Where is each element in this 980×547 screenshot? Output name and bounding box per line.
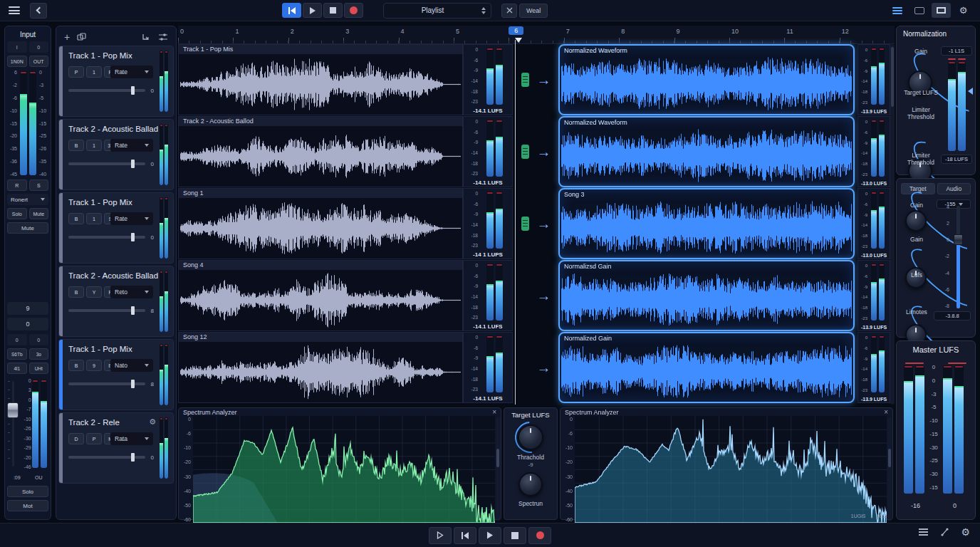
ruler-tick[interactable]: 8 [619, 26, 674, 43]
play-button[interactable] [479, 527, 501, 544]
track-chip[interactable]: P [86, 433, 102, 444]
normalized-waveform-region[interactable]: Normalized Waveform [558, 116, 855, 187]
slider-thumb[interactable] [131, 453, 135, 462]
mot-button[interactable]: Mot [7, 500, 48, 511]
close-icon[interactable]: × [884, 408, 888, 416]
spectrum-canvas[interactable] [575, 416, 887, 523]
source-waveform[interactable] [179, 270, 462, 330]
back-button[interactable] [30, 3, 47, 19]
source-waveform[interactable] [179, 198, 462, 259]
spectrum-vscrollbar[interactable] [496, 417, 500, 521]
ruler-tick[interactable]: 3 [343, 26, 398, 43]
track-card[interactable]: Track 2 - Acoustic Ballad ⚙ B Y R0 Reto … [58, 266, 174, 337]
track-card[interactable]: Track 1 - Pop Mix ⚙ B 9 I50 Nato 8 [58, 339, 174, 410]
play-outline-button[interactable] [429, 527, 452, 544]
track-card[interactable]: Track 2 - Rele ⚙ D P M9 Rata 0 [58, 412, 174, 484]
normalized-waveform-region[interactable]: Normalized Gain [558, 332, 855, 403]
skip-to-start-button[interactable] [282, 3, 301, 18]
ruler-tick[interactable]: 10 [729, 26, 784, 43]
track-card[interactable]: Track 1 - Pop Mix ⚙ P 1 R0 Rate 0 [58, 46, 174, 117]
track-mode-select[interactable]: Rate [110, 212, 153, 225]
ruler-tick[interactable]: 4 [399, 26, 454, 43]
timeline-ruler[interactable]: 0 1 2 3 4 5 6 7 8 9 [178, 26, 895, 44]
slider-thumb[interactable] [131, 380, 135, 388]
add-track-icon[interactable]: + [64, 32, 70, 42]
close-icon[interactable]: × [492, 408, 496, 416]
track-chip[interactable]: Y [86, 286, 102, 298]
mute-wide-button[interactable]: Mute [7, 222, 48, 234]
weal-button[interactable]: Weal [519, 4, 548, 18]
spectrum-knob[interactable] [518, 472, 543, 496]
slider-handle[interactable] [954, 234, 963, 245]
track-card[interactable]: Track 2 - Acoustic Ballad ⚙ B 1 360 Rate… [58, 119, 174, 190]
lanes-scrollbar[interactable] [890, 44, 895, 405]
slider-thumb[interactable] [131, 233, 135, 241]
hamburger-menu-icon[interactable] [9, 6, 20, 14]
spectrum-vscrollbar[interactable] [887, 417, 892, 521]
compare-button[interactable] [501, 4, 517, 18]
track-gain-slider[interactable] [68, 309, 145, 312]
record-arm-button[interactable]: R [7, 179, 27, 191]
track-gain-slider[interactable] [68, 382, 145, 385]
slider-thumb[interactable] [131, 160, 135, 168]
track-chip[interactable]: B [68, 213, 84, 224]
playlist-select[interactable]: Playlist [383, 3, 491, 19]
track-chip[interactable]: 1 [86, 213, 102, 224]
source-waveform[interactable] [179, 126, 462, 187]
track-chip[interactable]: B [68, 360, 84, 371]
ruler-tick[interactable]: 6 [509, 26, 563, 43]
source-waveform-region[interactable]: Song 12 [178, 332, 463, 403]
track-gear-icon[interactable]: ⚙ [149, 417, 156, 427]
fourl1-button[interactable]: 4l1 [7, 363, 27, 374]
stepper-icons[interactable] [481, 7, 486, 14]
threshold-knob[interactable] [518, 424, 543, 450]
skip-to-start-button[interactable] [454, 527, 476, 544]
threeo-button[interactable]: 3o [29, 348, 49, 360]
ruler-tick[interactable]: 1 [233, 26, 288, 43]
s6tb-button[interactable]: S6Tb [7, 348, 27, 360]
source-waveform[interactable] [179, 342, 462, 402]
track-mode-select[interactable]: Rate [110, 66, 153, 78]
track-chip[interactable]: 1 [86, 140, 102, 151]
normalized-waveform[interactable] [560, 55, 853, 113]
track-gain-slider[interactable] [68, 236, 145, 239]
slider-thumb[interactable] [131, 86, 135, 95]
normalized-waveform-region[interactable]: Normalized Waveform [558, 44, 855, 115]
slider-thumb[interactable] [131, 306, 135, 315]
track-mode-select[interactable]: Rata [110, 432, 153, 445]
fader-handle[interactable] [7, 402, 19, 418]
input-in-button[interactable]: 1N0N [7, 56, 27, 67]
settings-gear-icon[interactable]: ⚙ [961, 527, 970, 537]
track-mode-select[interactable]: Nato [110, 359, 153, 372]
record-button[interactable] [344, 3, 363, 18]
track-gain-slider[interactable] [68, 162, 145, 165]
stop-button[interactable] [323, 3, 343, 18]
input-out-button[interactable]: OUT [29, 56, 49, 67]
normalized-waveform[interactable] [560, 199, 853, 256]
play-button[interactable] [303, 3, 322, 18]
normalized-waveform-region[interactable]: Normalizsd Gain [558, 260, 855, 331]
ruler-tick[interactable]: 9 [674, 26, 729, 43]
track-mode-select[interactable]: Rate [110, 139, 153, 152]
track-chip[interactable]: B [68, 286, 84, 298]
mixer-view-icon[interactable] [887, 3, 907, 18]
ruler-tick[interactable]: 7 [564, 26, 619, 43]
import-corner-icon[interactable] [142, 33, 151, 41]
solo-toggle-button[interactable]: S [29, 179, 49, 191]
mute-button[interactable]: Mute [29, 208, 49, 219]
output-gain-slider[interactable] [956, 206, 960, 308]
settings-gear-icon[interactable]: ⚙ [954, 3, 973, 18]
normalized-waveform-region[interactable]: Song 3 [558, 188, 855, 259]
track-card[interactable]: Track 1 - Pop Mix ⚙ B 1 S0 Rate 0 [58, 192, 174, 264]
ruler-tick[interactable]: 2 [288, 26, 343, 43]
normalized-waveform[interactable] [560, 271, 853, 328]
filter-sliders-icon[interactable] [158, 33, 168, 41]
source-waveform-region[interactable]: Track 2 - Acoustic Ballod [178, 116, 463, 187]
queue-list-icon[interactable] [919, 528, 928, 536]
uht-button[interactable]: UHt [29, 363, 49, 374]
source-waveform-region[interactable]: Song 1 [178, 188, 463, 259]
ruler-tick[interactable]: 5 [454, 26, 509, 43]
track-gain-slider[interactable] [68, 89, 145, 92]
source-waveform[interactable] [179, 54, 462, 115]
target-marker-icon[interactable] [968, 88, 973, 95]
